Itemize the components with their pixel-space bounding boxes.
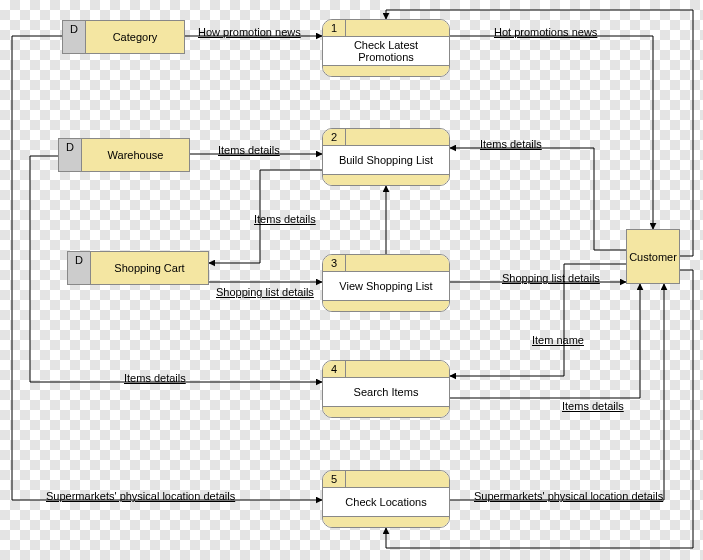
process-label: Check Locations: [323, 488, 449, 516]
process-view-shopping-list[interactable]: 3 View Shopping List: [322, 254, 450, 312]
datastore-tag: D: [68, 252, 91, 284]
datastore-label: Shopping Cart: [91, 252, 208, 284]
flow-label: Supermarkets' physical location details: [472, 490, 665, 502]
flow-label: Items details: [216, 144, 282, 156]
flow-label: Items details: [122, 372, 188, 384]
flow-label: Shopping list details: [500, 272, 602, 284]
process-number: 3: [323, 255, 346, 271]
flow-label: Supermarkets' physical location details: [44, 490, 237, 502]
process-number: 1: [323, 20, 346, 36]
flow-label: Items details: [478, 138, 544, 150]
process-label: Search Items: [323, 378, 449, 406]
process-number: 5: [323, 471, 346, 487]
flow-label: Item name: [530, 334, 586, 346]
datastore-label: Category: [86, 21, 184, 53]
process-search-items[interactable]: 4 Search Items: [322, 360, 450, 418]
flow-label: How promotion news: [196, 26, 303, 38]
datastore-category[interactable]: D Category: [62, 20, 185, 54]
process-number: 4: [323, 361, 346, 377]
datastore-tag: D: [59, 139, 82, 171]
process-build-shopping-list[interactable]: 2 Build Shopping List: [322, 128, 450, 186]
entity-customer[interactable]: Customer: [626, 229, 680, 284]
datastore-tag: D: [63, 21, 86, 53]
process-label: Check Latest Promotions: [323, 37, 449, 65]
process-number: 2: [323, 129, 346, 145]
process-check-latest-promotions[interactable]: 1 Check Latest Promotions: [322, 19, 450, 77]
flow-label: Hot promotions news: [492, 26, 599, 38]
datastore-label: Warehouse: [82, 139, 189, 171]
process-label: Build Shopping List: [323, 146, 449, 174]
flow-label: Shopping list details: [214, 286, 316, 298]
process-label: View Shopping List: [323, 272, 449, 300]
flow-label: Items details: [560, 400, 626, 412]
entity-label: Customer: [629, 251, 677, 263]
datastore-warehouse[interactable]: D Warehouse: [58, 138, 190, 172]
datastore-shopping-cart[interactable]: D Shopping Cart: [67, 251, 209, 285]
process-check-locations[interactable]: 5 Check Locations: [322, 470, 450, 528]
flow-label: Items details: [252, 213, 318, 225]
